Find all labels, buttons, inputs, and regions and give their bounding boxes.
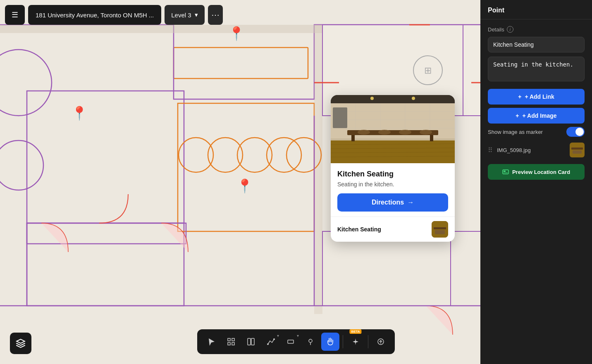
svg-rect-74 <box>434 227 446 229</box>
directions-arrow-icon: → <box>407 199 414 206</box>
svg-rect-9 <box>314 25 322 314</box>
show-image-toggle[interactable] <box>566 127 585 137</box>
svg-point-42 <box>309 339 312 343</box>
hand-tool-button[interactable] <box>321 333 339 351</box>
svg-rect-61 <box>430 135 433 141</box>
level-label: Level 3 <box>171 12 191 19</box>
details-label: Details i <box>488 26 585 33</box>
add-link-icon: + <box>518 93 521 100</box>
add-image-button[interactable]: + + Add Image <box>488 108 585 124</box>
popup-footer-thumbnail <box>432 221 448 238</box>
image-thumbnail <box>570 143 585 157</box>
popup-image-svg <box>331 95 455 163</box>
preview-icon <box>502 169 509 175</box>
svg-rect-77 <box>571 148 583 150</box>
cursor-icon <box>207 338 215 346</box>
drag-handle-icon: ⠿ <box>488 146 493 154</box>
level-arrow-icon: ▾ <box>195 11 198 19</box>
toggle-knob <box>575 128 584 136</box>
svg-point-65 <box>420 130 432 135</box>
point-name-input[interactable] <box>488 37 585 52</box>
more-icon: ⋯ <box>211 10 220 20</box>
add-image-icon: + <box>516 112 519 119</box>
fire-tool-button[interactable] <box>372 333 390 351</box>
path-tool-button[interactable]: ▾ <box>262 333 280 351</box>
popup-image-container <box>331 95 455 163</box>
address-display: 181 University Avenue, Toronto ON M5H ..… <box>28 5 161 25</box>
svg-text:📍: 📍 <box>71 105 88 121</box>
svg-point-72 <box>412 97 415 100</box>
toggle-label: Show image as marker <box>488 129 543 135</box>
fire-icon <box>377 338 385 346</box>
panel-title: Point <box>488 7 504 14</box>
svg-rect-80 <box>504 171 506 172</box>
point-description-input[interactable]: Seating in the kitchen. <box>488 57 585 81</box>
shape-icon <box>286 338 295 346</box>
svg-rect-79 <box>503 170 508 174</box>
svg-rect-75 <box>435 230 445 234</box>
show-image-toggle-row: Show image as marker <box>488 127 585 137</box>
layers-button[interactable] <box>10 333 31 354</box>
level-more-button[interactable]: ⋯ <box>208 5 223 25</box>
hand-icon <box>326 338 334 346</box>
svg-rect-35 <box>228 343 230 345</box>
info-icon: i <box>507 26 513 33</box>
panel-content: Details i Seating in the kitchen. + + Ad… <box>480 19 592 364</box>
pin-tool-button[interactable] <box>301 333 320 351</box>
svg-rect-76 <box>570 143 585 157</box>
shape-tool-button[interactable]: ▾ <box>282 333 300 351</box>
image-filename: IMG_5098.jpg <box>497 147 531 153</box>
location-popup-card: Kitchen Seating Seating in the kitchen. … <box>331 95 455 242</box>
toolbar-divider-2 <box>368 335 368 348</box>
svg-rect-33 <box>228 338 230 341</box>
add-link-label: + Add Link <box>525 93 554 100</box>
pin-icon <box>306 338 315 346</box>
directions-button[interactable]: Directions → <box>337 193 448 212</box>
toolbar-divider <box>343 335 343 348</box>
menu-button[interactable]: ☰ <box>5 5 25 25</box>
svg-rect-34 <box>232 338 234 341</box>
split-icon <box>247 338 255 346</box>
svg-rect-37 <box>248 338 251 345</box>
select-tool-button[interactable] <box>202 333 220 351</box>
top-bar: ☰ 181 University Avenue, Toronto ON M5H … <box>5 5 223 25</box>
svg-text:⊞: ⊞ <box>424 65 432 76</box>
add-link-button[interactable]: + + Add Link <box>488 89 585 105</box>
svg-rect-70 <box>333 107 347 128</box>
popup-description: Seating in the kitchen. <box>337 181 448 188</box>
svg-rect-38 <box>251 338 254 345</box>
svg-point-64 <box>399 130 411 135</box>
svg-point-63 <box>378 130 391 135</box>
address-text: 181 University Avenue, Toronto ON M5H ..… <box>36 12 154 19</box>
level-selector[interactable]: Level 3 ▾ <box>165 5 204 25</box>
svg-rect-36 <box>232 343 234 345</box>
preview-location-card-button[interactable]: Preview Location Card <box>488 164 585 180</box>
svg-rect-41 <box>288 340 294 343</box>
svg-point-71 <box>370 97 374 100</box>
svg-point-39 <box>267 343 269 345</box>
magic-icon <box>351 338 360 346</box>
popup-body: Kitchen Seating Seating in the kitchen. … <box>331 163 455 216</box>
directions-label: Directions <box>372 199 404 206</box>
svg-point-40 <box>273 338 275 340</box>
svg-rect-78 <box>573 150 582 154</box>
image-file-row: ⠿ IMG_5098.jpg <box>488 143 585 157</box>
svg-rect-60 <box>351 135 355 141</box>
magic-tool-button[interactable] <box>346 333 365 351</box>
svg-text:📍: 📍 <box>228 26 245 41</box>
split-tool-button[interactable] <box>242 333 260 351</box>
grid-icon <box>227 338 235 346</box>
svg-point-62 <box>358 130 370 135</box>
popup-footer-title: Kitchen Seating <box>337 226 381 233</box>
panel-header: Point <box>480 0 592 19</box>
grid-tool-button[interactable] <box>222 333 240 351</box>
bottom-toolbar: ▾ ▾ <box>197 329 395 354</box>
svg-text:📍: 📍 <box>236 178 253 194</box>
popup-title: Kitchen Seating <box>337 170 448 178</box>
popup-footer: Kitchen Seating <box>331 216 455 242</box>
preview-btn-label: Preview Location Card <box>512 169 570 175</box>
layers-icon <box>16 338 26 348</box>
menu-icon: ☰ <box>12 10 18 19</box>
add-image-label: + Add Image <box>523 112 557 119</box>
path-icon <box>267 338 275 346</box>
